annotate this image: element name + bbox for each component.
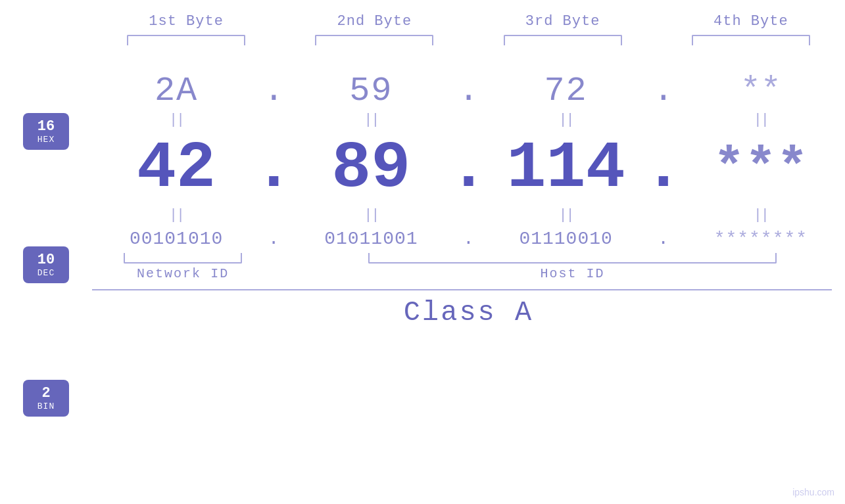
dec-value-4: *** bbox=[713, 139, 808, 198]
hex-value-2: 59 bbox=[349, 72, 393, 110]
dec-byte-4: *** bbox=[677, 139, 845, 198]
values-area: 2A . 59 . 72 . ** bbox=[92, 52, 845, 504]
equals-2-3: || bbox=[558, 207, 573, 223]
byte-label-2: 2nd Byte bbox=[280, 13, 468, 30]
equals-row-1: || || || || bbox=[92, 112, 845, 128]
bin-dot-1: . bbox=[260, 229, 287, 249]
bracket-cell-4 bbox=[657, 35, 845, 45]
byte-label-4: 4th Byte bbox=[657, 13, 845, 30]
dec-byte-2: 89 bbox=[287, 131, 455, 206]
byte-label-3: 3rd Byte bbox=[469, 13, 657, 30]
hex-badge-name: HEX bbox=[31, 135, 61, 145]
bin-byte-3: 01110010 bbox=[482, 229, 650, 249]
equals-row-2: || || || || bbox=[92, 207, 845, 223]
bottom-bracket-1 bbox=[124, 253, 242, 263]
host-id-label: Host ID bbox=[541, 266, 605, 281]
bin-dot-2: . bbox=[456, 229, 482, 249]
equals-1-1: || bbox=[169, 112, 183, 128]
hex-byte-3: 72 bbox=[482, 72, 650, 110]
dec-dot-3: . bbox=[650, 131, 677, 206]
hex-dot-2: . bbox=[456, 72, 482, 110]
dec-byte-1: 42 bbox=[92, 131, 260, 206]
equals-1-4: || bbox=[754, 112, 768, 128]
network-id-label: Network ID bbox=[137, 266, 229, 281]
main-container: 1st Byte 2nd Byte 3rd Byte 4th Byte 16 H… bbox=[0, 0, 845, 504]
dec-value-1: 42 bbox=[137, 131, 216, 206]
dec-dot-2: . bbox=[456, 131, 482, 206]
bin-value-3: 01110010 bbox=[519, 229, 612, 249]
bin-value-1: 00101010 bbox=[130, 229, 223, 249]
hex-badge: 16 HEX bbox=[23, 113, 69, 150]
bracket-cell-2 bbox=[280, 35, 468, 45]
equals-1-3: || bbox=[558, 112, 573, 128]
class-label: Class A bbox=[404, 297, 533, 329]
bin-dot-3: . bbox=[650, 229, 677, 249]
dec-badge: 10 DEC bbox=[23, 246, 69, 283]
bottom-bracket-row bbox=[92, 253, 845, 263]
bracket-cell-1 bbox=[92, 35, 280, 45]
dec-badge-name: DEC bbox=[31, 268, 61, 278]
bin-byte-1: 00101010 bbox=[92, 229, 260, 249]
base-labels: 16 HEX 10 DEC 2 BIN bbox=[0, 52, 92, 504]
hex-value-1: 2A bbox=[155, 72, 198, 110]
equals-2-2: || bbox=[364, 207, 378, 223]
bin-badge-name: BIN bbox=[31, 401, 61, 411]
dec-value-2: 89 bbox=[331, 131, 410, 206]
top-bracket-2 bbox=[315, 35, 433, 45]
dec-badge-number: 10 bbox=[31, 252, 61, 268]
hex-value-3: 72 bbox=[544, 72, 587, 110]
bin-value-2: 01011001 bbox=[324, 229, 418, 249]
hex-byte-2: 59 bbox=[287, 72, 455, 110]
bin-value-4: ******** bbox=[714, 229, 808, 249]
hex-row: 2A . 59 . 72 . ** bbox=[92, 72, 845, 110]
byte-label-1: 1st Byte bbox=[92, 13, 280, 30]
hex-badge-number: 16 bbox=[31, 118, 61, 135]
top-bracket-row bbox=[0, 35, 845, 45]
header-row: 1st Byte 2nd Byte 3rd Byte 4th Byte bbox=[0, 13, 845, 30]
dec-byte-3: 114 bbox=[482, 131, 650, 206]
top-bracket-4 bbox=[692, 35, 810, 45]
dec-dot-1: . bbox=[260, 131, 287, 206]
hex-value-4: ** bbox=[740, 72, 781, 110]
class-bracket bbox=[92, 289, 845, 290]
top-bracket-3 bbox=[504, 35, 622, 45]
bin-badge: 2 BIN bbox=[23, 380, 69, 417]
bracket-cell-3 bbox=[469, 35, 657, 45]
top-bracket-1 bbox=[127, 35, 245, 45]
dec-row: 42 . 89 . 114 . *** bbox=[92, 131, 845, 206]
bottom-bracket-host bbox=[368, 253, 777, 263]
equals-1-2: || bbox=[364, 112, 378, 128]
equals-2-4: || bbox=[754, 207, 768, 223]
bin-badge-number: 2 bbox=[31, 385, 61, 401]
watermark: ipshu.com bbox=[792, 487, 834, 497]
id-labels-row: Network ID Host ID bbox=[92, 266, 845, 281]
hex-dot-3: . bbox=[650, 72, 677, 110]
class-label-row: Class A bbox=[92, 297, 845, 329]
dec-value-3: 114 bbox=[507, 131, 625, 206]
bin-byte-4: ******** bbox=[677, 229, 845, 249]
equals-2-1: || bbox=[169, 207, 183, 223]
hex-byte-4: ** bbox=[677, 72, 845, 110]
bin-byte-2: 01011001 bbox=[287, 229, 455, 249]
hex-dot-1: . bbox=[260, 72, 287, 110]
hex-byte-1: 2A bbox=[92, 72, 260, 110]
bin-row: 00101010 . 01011001 . 01110010 . bbox=[92, 229, 845, 249]
